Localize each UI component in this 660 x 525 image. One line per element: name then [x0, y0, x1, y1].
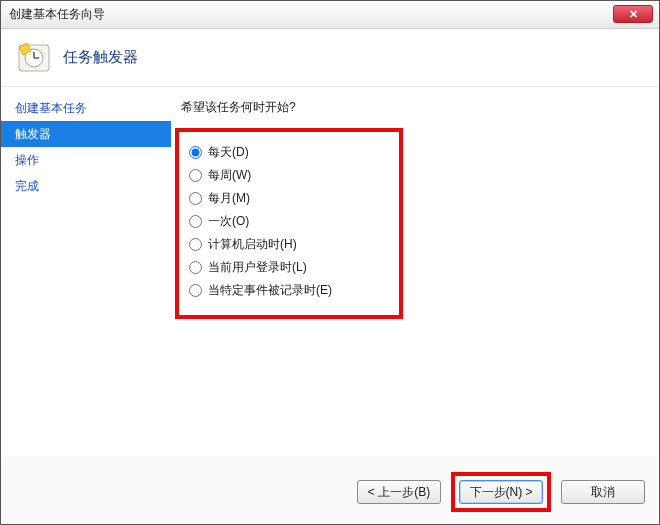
next-highlight-box: 下一步(N) > — [451, 472, 551, 512]
clock-task-icon — [17, 41, 51, 75]
wizard-header: 任务触发器 — [1, 29, 659, 87]
window-title: 创建基本任务向导 — [9, 6, 105, 23]
back-button[interactable]: < 上一步(B) — [357, 480, 441, 504]
option-label[interactable]: 一次(O) — [208, 213, 249, 230]
options-highlight-box: 每天(D) 每周(W) 每月(M) 一次(O) 计算机启动时(H) — [175, 128, 403, 319]
option-daily[interactable]: 每天(D) — [189, 144, 389, 161]
sidebar-item-trigger[interactable]: 触发器 — [1, 121, 171, 147]
option-on-event[interactable]: 当特定事件被记录时(E) — [189, 282, 389, 299]
title-bar: 创建基本任务向导 ✕ — [1, 1, 659, 29]
option-label[interactable]: 当特定事件被记录时(E) — [208, 282, 332, 299]
next-button[interactable]: 下一步(N) > — [459, 480, 543, 504]
option-label[interactable]: 每周(W) — [208, 167, 251, 184]
close-icon: ✕ — [629, 8, 638, 21]
sidebar-item-action[interactable]: 操作 — [1, 147, 171, 173]
wizard-window: 创建基本任务向导 ✕ 任务触发器 创建基本任务 触发器 操作 — [0, 0, 660, 525]
radio-monthly[interactable] — [189, 192, 202, 205]
trigger-prompt: 希望该任务何时开始? — [181, 99, 643, 116]
close-button[interactable]: ✕ — [613, 5, 653, 23]
sidebar-item-label: 创建基本任务 — [15, 101, 87, 115]
option-label[interactable]: 计算机启动时(H) — [208, 236, 297, 253]
wizard-sidebar: 创建基本任务 触发器 操作 完成 — [1, 87, 171, 457]
option-weekly[interactable]: 每周(W) — [189, 167, 389, 184]
sidebar-item-label: 完成 — [15, 179, 39, 193]
page-title: 任务触发器 — [63, 48, 138, 67]
option-once[interactable]: 一次(O) — [189, 213, 389, 230]
radio-daily[interactable] — [189, 146, 202, 159]
option-label[interactable]: 每天(D) — [208, 144, 249, 161]
option-monthly[interactable]: 每月(M) — [189, 190, 389, 207]
radio-on-startup[interactable] — [189, 238, 202, 251]
radio-weekly[interactable] — [189, 169, 202, 182]
cancel-button[interactable]: 取消 — [561, 480, 645, 504]
sidebar-item-create-basic-task[interactable]: 创建基本任务 — [1, 95, 171, 121]
radio-on-event[interactable] — [189, 284, 202, 297]
radio-on-logon[interactable] — [189, 261, 202, 274]
radio-once[interactable] — [189, 215, 202, 228]
sidebar-item-finish[interactable]: 完成 — [1, 173, 171, 199]
sidebar-item-label: 操作 — [15, 153, 39, 167]
wizard-footer: < 上一步(B) 下一步(N) > 取消 — [357, 472, 645, 512]
option-on-startup[interactable]: 计算机启动时(H) — [189, 236, 389, 253]
sidebar-item-label: 触发器 — [15, 127, 51, 141]
option-label[interactable]: 当前用户登录时(L) — [208, 259, 307, 276]
option-on-logon[interactable]: 当前用户登录时(L) — [189, 259, 389, 276]
wizard-content: 希望该任务何时开始? 每天(D) 每周(W) 每月(M) 一次(O) — [171, 87, 659, 457]
option-label[interactable]: 每月(M) — [208, 190, 250, 207]
wizard-body: 创建基本任务 触发器 操作 完成 希望该任务何时开始? 每天(D) — [1, 87, 659, 457]
